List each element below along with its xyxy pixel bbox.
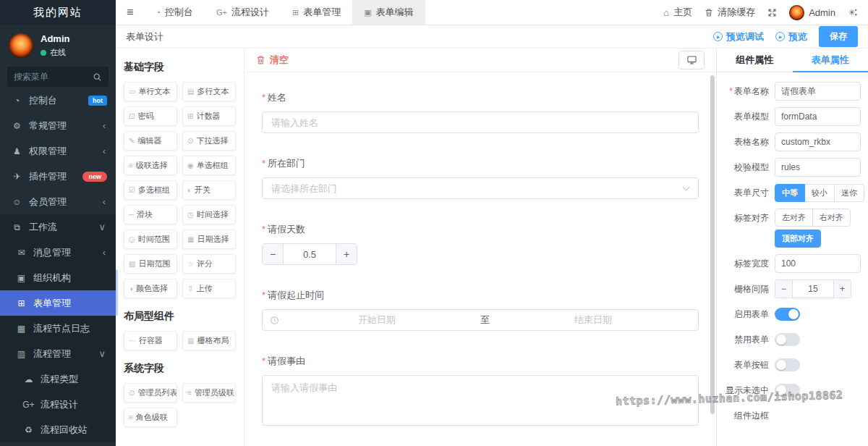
tab-form-edit[interactable]: ▣ 表单编辑: [352, 0, 425, 25]
palette-item-select[interactable]: ⊙下拉选择: [182, 131, 236, 151]
field-leave-reason[interactable]: *请假事由: [262, 355, 699, 426]
sidebar-item-workflow[interactable]: ⧉ 工作流 ∨: [0, 214, 116, 240]
property-tabs: 组件属性 表单属性: [717, 49, 868, 72]
save-button[interactable]: 保存: [819, 26, 858, 47]
prop-row-component-border: 组件边框: [723, 406, 861, 425]
sidebar-item-plugins[interactable]: ✈ 插件管理 new: [0, 164, 116, 189]
clear-cache-link[interactable]: 清除缓存: [705, 6, 755, 19]
settings-button[interactable]: [848, 7, 859, 17]
tab-form-props[interactable]: 表单属性: [793, 49, 868, 72]
palette-item-editor[interactable]: ✎编辑器: [124, 131, 177, 151]
form-name-input[interactable]: [775, 82, 861, 101]
increment-button[interactable]: +: [834, 280, 851, 298]
rules-model-input[interactable]: [775, 158, 861, 177]
sidebar-item-members[interactable]: ☺ 会员管理 ‹: [0, 189, 116, 214]
leave-reason-textarea[interactable]: [262, 375, 699, 426]
fullscreen-button[interactable]: [767, 8, 777, 17]
palette-item-date-picker[interactable]: ▦日期选择: [182, 230, 236, 249]
sidebar-item-label: 流程类型: [41, 373, 107, 386]
palette-grid-system: ⊙管理员列表 ≡管理员级联 ≡角色级联: [124, 383, 236, 427]
size-medium-button[interactable]: 中等: [775, 184, 805, 202]
palette-item-admin-list[interactable]: ⊙管理员列表: [124, 383, 177, 403]
user-menu[interactable]: Admin: [789, 5, 835, 20]
palette-item-multi-line-text[interactable]: ▤多行文本: [182, 82, 236, 101]
sidebar-item-flow-node-log[interactable]: ▦ 流程节点日志: [0, 316, 116, 341]
palette-item-label: 时间选择: [197, 209, 229, 220]
pencil-icon: ✎: [129, 137, 135, 145]
preview-debug-button[interactable]: ▶ 预览调试: [713, 30, 764, 43]
sidebar-item-organization[interactable]: ▣ 组织机构: [0, 265, 116, 290]
sidebar-item-form-management[interactable]: ⊞ 表单管理: [0, 290, 116, 316]
size-small-button[interactable]: 较小: [804, 184, 835, 202]
palette-item-radio-group[interactable]: ◉单选框组: [182, 156, 236, 175]
sidebar-item-flow-design[interactable]: G+ 流程设计: [0, 392, 116, 417]
date-range-picker[interactable]: 开始日期 至 结束日期: [262, 309, 699, 331]
sidebar-item-dashboard[interactable]: ◔ 控制台 hot: [0, 88, 116, 113]
tab-form-management[interactable]: ⊞ 表单管理: [281, 0, 352, 25]
palette-item-admin-cascade[interactable]: ≡管理员级联: [182, 383, 236, 403]
device-preview-button[interactable]: [678, 51, 705, 70]
row-icon: ⋯: [129, 337, 136, 345]
department-select[interactable]: [262, 177, 699, 199]
palette-item-label: 行容器: [139, 335, 163, 346]
field-leave-period[interactable]: *请假起止时间 开始日期 至 结束日期: [262, 289, 699, 331]
hamburger-icon[interactable]: ≡: [116, 0, 144, 25]
palette-item-grid-layout[interactable]: ▥栅格布局: [182, 331, 236, 350]
palette-item-time-range[interactable]: ◶时间范围: [124, 230, 177, 249]
grid-gap-value[interactable]: 15: [792, 280, 834, 298]
palette-scrollbar[interactable]: [116, 269, 118, 316]
tab-component-props[interactable]: 组件属性: [717, 49, 793, 72]
palette-item-slider[interactable]: ─滑块: [124, 205, 177, 224]
palette-item-switch[interactable]: ◐开关: [182, 180, 236, 200]
field-department[interactable]: *所在部门: [262, 157, 699, 199]
align-left-button[interactable]: 左对齐: [775, 209, 813, 227]
decrement-button[interactable]: −: [263, 244, 284, 264]
palette-item-row-container[interactable]: ⋯行容器: [124, 331, 177, 350]
tab-flow-design[interactable]: G+ 流程设计: [205, 0, 281, 25]
sidebar-item-label: 常规管理: [29, 119, 103, 132]
align-top-button[interactable]: 顶部对齐: [775, 230, 821, 248]
label-width-input[interactable]: [775, 254, 861, 273]
palette-item-rate[interactable]: ☆评分: [182, 254, 236, 274]
clear-button[interactable]: 清空: [256, 54, 289, 67]
leave-days-value[interactable]: 0.5: [284, 244, 336, 264]
department-select-input[interactable]: [262, 177, 699, 199]
palette-item-single-line-text[interactable]: ▭单行文本: [124, 82, 177, 101]
palette-item-label: 级联选择: [136, 160, 168, 171]
sidebar-item-flow-management[interactable]: ▥ 流程管理 ∨: [0, 341, 116, 366]
canvas-scrollbar[interactable]: [710, 75, 715, 414]
sidebar-item-permissions[interactable]: ♟ 权限管理 ‹: [0, 138, 116, 164]
palette-item-time-picker[interactable]: ◷时间选择: [182, 205, 236, 224]
palette-item-counter[interactable]: ⊞计数器: [182, 106, 236, 126]
field-leave-days[interactable]: *请假天数 − 0.5 +: [262, 223, 699, 265]
tab-dashboard[interactable]: ◔ 控制台: [144, 0, 205, 25]
table-name-input[interactable]: [775, 132, 861, 151]
field-name[interactable]: *姓名: [262, 91, 699, 133]
form-buttons-toggle[interactable]: [775, 358, 800, 371]
sidebar-item-general[interactable]: ⚙ 常规管理 ‹: [0, 113, 116, 138]
search-input[interactable]: [14, 72, 88, 82]
form-model-input[interactable]: [775, 107, 861, 126]
decrement-button[interactable]: −: [775, 280, 792, 298]
palette-item-password[interactable]: ⊡密码: [124, 106, 177, 126]
name-input[interactable]: [262, 112, 699, 133]
sidebar-item-flow-types[interactable]: ☁ 流程类型: [0, 366, 116, 392]
show-unselected-toggle[interactable]: [775, 384, 800, 397]
palette-item-cascader[interactable]: ≡级联选择: [124, 156, 177, 175]
align-right-button[interactable]: 右对齐: [812, 209, 851, 227]
palette-item-color-picker[interactable]: ◑颜色选择: [124, 279, 177, 298]
increment-button[interactable]: +: [336, 244, 357, 264]
palette-item-role-cascade[interactable]: ≡角色级联: [124, 408, 177, 427]
sidebar-item-label: 流程管理: [33, 348, 98, 361]
palette-item-date-range[interactable]: ▧日期范围: [124, 254, 177, 274]
size-mini-button[interactable]: 迷你: [834, 184, 864, 202]
home-link[interactable]: ⌂ 主页: [663, 6, 692, 19]
palette-item-checkbox-group[interactable]: ☑多选框组: [124, 180, 177, 200]
enable-form-toggle[interactable]: [775, 308, 800, 321]
palette-item-upload[interactable]: ⇧上传: [182, 279, 236, 298]
disable-form-toggle[interactable]: [775, 333, 800, 346]
topbar-right: ⌂ 主页 清除缓存 Admin: [663, 0, 868, 25]
preview-button[interactable]: ▶ 预览: [775, 30, 807, 43]
sidebar-item-flow-recycle-bin[interactable]: ♻ 流程回收站: [0, 417, 116, 442]
sidebar-item-messages[interactable]: ✉ 消息管理 ‹: [0, 240, 116, 265]
